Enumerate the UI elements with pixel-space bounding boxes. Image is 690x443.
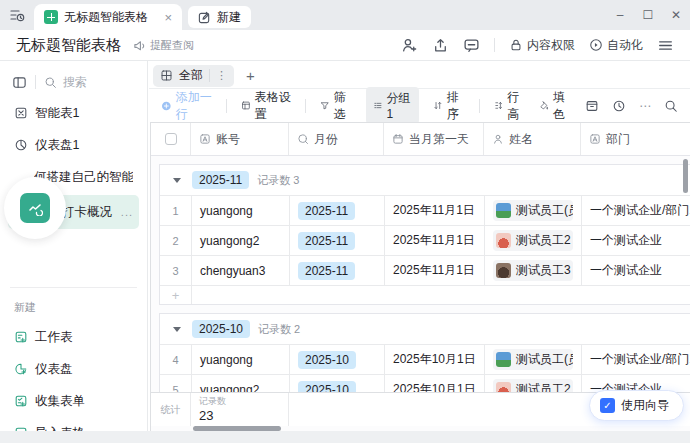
cell-first-day[interactable]: 2025年11月1日 [385, 196, 485, 225]
cell-dept[interactable]: 一个测试企业 [582, 256, 690, 285]
table-row[interactable]: 1 yuangong 2025-11 2025年11月1日 测试员工(员工...… [160, 195, 690, 225]
divider [479, 99, 480, 113]
cell-name[interactable]: 测试员工3 [485, 256, 582, 285]
column-header-name[interactable]: 姓名 [484, 123, 581, 155]
search-input[interactable]: 搜索 [44, 74, 87, 91]
share-icon[interactable] [432, 37, 449, 54]
filter-button[interactable]: 筛选 [320, 89, 352, 123]
view-tab-all[interactable]: 全部 ⋮ [153, 65, 234, 87]
text-field-icon [199, 133, 211, 145]
automation-button[interactable]: 自动化 [589, 37, 643, 54]
menu-icon[interactable] [657, 37, 674, 54]
group-add-row-button[interactable]: + [160, 285, 690, 304]
sidebar-item-checkin-overview[interactable]: 打卡概况 ... [8, 195, 139, 229]
cell-first-day[interactable]: 2025年11月1日 [385, 256, 485, 285]
table-row[interactable]: 4 yuangong 2025-10 2025年10月1日 测试员工(员工...… [160, 344, 690, 374]
column-header-account[interactable]: 账号 [191, 123, 289, 155]
tab-close-icon[interactable]: × [164, 11, 172, 24]
cell-account[interactable]: yuangong2 [192, 226, 290, 255]
cell-name[interactable]: 测试员工(员工... [485, 345, 582, 374]
person-chip: 测试员工(员工... [493, 349, 573, 370]
fill-color-button[interactable]: 填色 [539, 89, 571, 123]
column-header-month[interactable]: 月份 [289, 123, 384, 155]
row-number: 1 [160, 196, 192, 225]
sidebar-item-smart-table[interactable]: 智能表1 [8, 99, 139, 127]
maximize-button[interactable]: ☐ [634, 0, 662, 30]
history-icon[interactable] [612, 99, 626, 113]
cell-dept[interactable]: 一个测试企业/部门1 [582, 196, 690, 225]
sidebar-item-dashboard1[interactable]: 仪表盘1 [8, 131, 139, 159]
cell-first-day[interactable]: 2025年11月1日 [385, 226, 485, 255]
checkbox[interactable] [165, 133, 177, 145]
group-badge: 2025-10 [192, 320, 250, 338]
text-field-icon [589, 133, 601, 145]
recent-docs-button[interactable] [0, 0, 34, 30]
group-badge: 2025-11 [192, 171, 249, 189]
panel-toggle-icon[interactable] [12, 75, 27, 90]
table-header-row: 账号 月份 当月第一天 姓名 部门 [151, 123, 690, 156]
cell-month[interactable]: 2025-11 [290, 196, 385, 225]
cell-dept[interactable]: 一个测试企业 [582, 226, 690, 255]
usage-guide-button[interactable]: ✓ 使用向导 [589, 390, 684, 421]
cell-month[interactable]: 2025-11 [290, 256, 385, 285]
cell-month[interactable]: 2025-10 [290, 345, 385, 374]
view-kebab-icon[interactable]: ⋮ [209, 69, 227, 82]
row-number: 3 [160, 256, 192, 285]
select-all-cell[interactable] [151, 123, 191, 155]
group-header[interactable]: 2025-10 记录数 2 [160, 314, 690, 344]
tab-new[interactable]: 新建 [188, 6, 251, 28]
month-chip: 2025-11 [298, 262, 355, 280]
new-section-label: 新建 [8, 298, 139, 319]
row-group: 2025-11 记录数 3 1 yuangong 2025-11 2025年11… [159, 164, 690, 305]
minimize-button[interactable]: – [606, 0, 634, 30]
person-field-icon [492, 133, 504, 145]
cell-name[interactable]: 测试员工2 [485, 226, 582, 255]
collapse-triangle-icon[interactable] [173, 327, 181, 332]
tab-new-label: 新建 [217, 9, 241, 26]
sort-button[interactable]: 排序 [433, 89, 465, 123]
sidebar-new-dashboard[interactable]: 仪表盘 [8, 355, 139, 383]
add-circle-icon [161, 99, 172, 113]
archive-icon[interactable] [585, 99, 599, 113]
row-height-button[interactable]: 行高 [494, 89, 526, 123]
table-settings-button[interactable]: 表格设置 [241, 89, 291, 123]
column-header-first-day[interactable]: 当月第一天 [384, 123, 484, 155]
comment-icon[interactable] [463, 37, 480, 54]
person-name: 测试员工2 [516, 232, 571, 249]
view-tab-bar: 全部 ⋮ + [149, 61, 690, 89]
cell-dept[interactable]: 一个测试企业/部门1 [582, 345, 690, 374]
cell-first-day[interactable]: 2025年10月1日 [385, 345, 485, 374]
sidebar-new-worksheet[interactable]: 工作表 [8, 323, 139, 351]
collapse-triangle-icon[interactable] [173, 178, 181, 183]
cell-account[interactable]: yuangong [192, 345, 290, 374]
divider [226, 99, 227, 113]
guide-check-icon: ✓ [600, 398, 615, 413]
remind-review-button[interactable]: 提醒查阅 [133, 38, 194, 53]
add-collaborator-icon[interactable] [401, 37, 418, 54]
table-row[interactable]: 3 chengyuan3 2025-11 2025年11月1日 测试员工3 一个… [160, 255, 690, 285]
sidebar-new-form[interactable]: 收集表单 [8, 387, 139, 415]
column-header-dept[interactable]: 部门 [581, 123, 690, 155]
megaphone-icon [133, 39, 146, 52]
table-row[interactable]: 2 yuangong2 2025-11 2025年11月1日 测试员工2 一个测… [160, 225, 690, 255]
new-worksheet-icon [14, 330, 28, 344]
add-view-button[interactable]: + [246, 67, 255, 84]
close-button[interactable]: ✕ [662, 0, 690, 30]
tab-smart-sheet[interactable]: 无标题智能表格 × [34, 4, 182, 30]
cell-account[interactable]: chengyuan3 [192, 256, 290, 285]
vertical-scrollbar[interactable] [683, 159, 688, 193]
content-permission-button[interactable]: 内容权限 [509, 37, 575, 54]
toolbar-more-icon[interactable]: ⋯ [639, 99, 651, 113]
toolbar: 添加一行 表格设置 筛选 分组 1 排序 [149, 89, 690, 122]
group-header[interactable]: 2025-11 记录数 3 [160, 165, 690, 195]
sidebar-item-label: 智能表1 [35, 105, 79, 122]
more-icon[interactable]: ... [121, 206, 133, 218]
cell-month[interactable]: 2025-11 [290, 226, 385, 255]
stats-record-count[interactable]: 记录数 23 [191, 393, 289, 426]
group-record-count: 记录数 3 [257, 173, 299, 188]
group-button[interactable]: 分组 1 [366, 87, 419, 124]
cell-name[interactable]: 测试员工(员工... [485, 196, 582, 225]
search-table-icon[interactable] [664, 99, 678, 113]
add-row-button[interactable]: 添加一行 [161, 89, 212, 123]
cell-account[interactable]: yuangong [192, 196, 290, 225]
